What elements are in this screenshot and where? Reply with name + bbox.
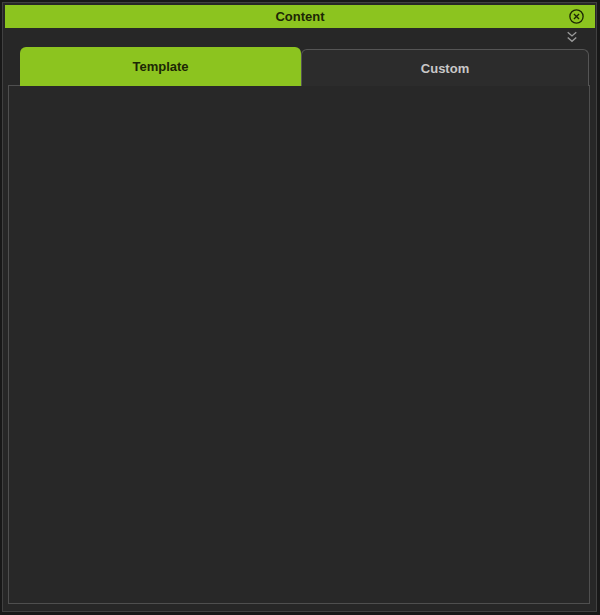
tab-template-label: Template (132, 59, 188, 74)
collapse-panel-double-chevron-icon[interactable] (564, 30, 582, 46)
tab-custom-label: Custom (421, 61, 469, 76)
window-title: Content (275, 9, 324, 24)
title-bar: Content (5, 5, 595, 28)
tab-custom[interactable]: Custom (301, 49, 589, 86)
tab-template[interactable]: Template (20, 47, 301, 86)
main-panel (8, 85, 590, 604)
close-icon[interactable] (568, 8, 585, 25)
